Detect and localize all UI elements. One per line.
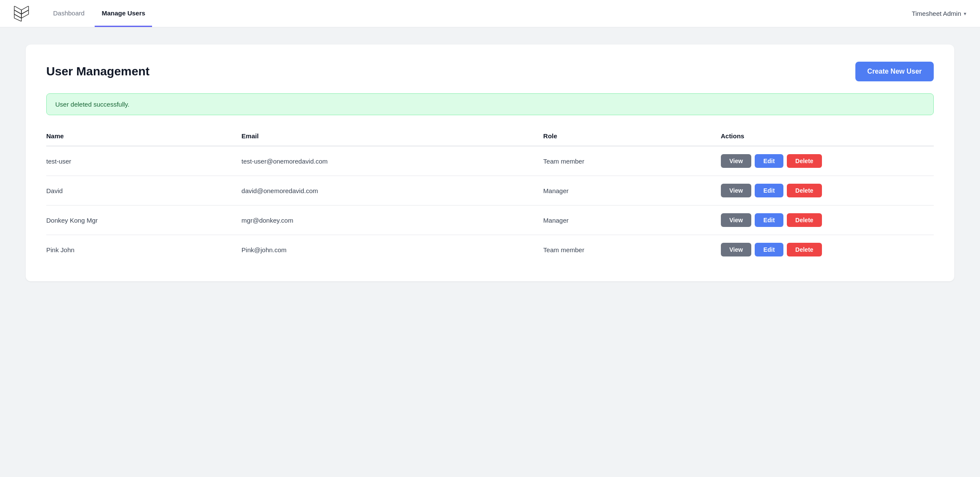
delete-button[interactable]: Delete <box>787 243 822 256</box>
cell-name: Donkey Kong Mgr <box>46 206 242 235</box>
cell-email: david@onemoredavid.com <box>242 176 543 206</box>
cell-role: Manager <box>543 206 720 235</box>
col-header-email: Email <box>242 127 543 146</box>
users-table: Name Email Role Actions test-user test-u… <box>46 127 934 264</box>
view-button[interactable]: View <box>721 154 752 168</box>
action-buttons: View Edit Delete <box>721 184 927 197</box>
card-header: User Management Create New User <box>46 62 934 81</box>
table-row: test-user test-user@onemoredavid.com Tea… <box>46 146 934 176</box>
cell-email: test-user@onemoredavid.com <box>242 146 543 176</box>
cell-role: Manager <box>543 176 720 206</box>
user-menu-label: Timesheet Admin <box>912 10 961 17</box>
brand-logo <box>14 6 29 21</box>
cell-name: test-user <box>46 146 242 176</box>
delete-button[interactable]: Delete <box>787 213 822 227</box>
cell-name: Pink John <box>46 235 242 265</box>
cell-role: Team member <box>543 235 720 265</box>
delete-button[interactable]: Delete <box>787 184 822 197</box>
edit-button[interactable]: Edit <box>755 213 783 227</box>
action-buttons: View Edit Delete <box>721 213 927 227</box>
cell-name: David <box>46 176 242 206</box>
cell-actions: View Edit Delete <box>721 146 934 176</box>
success-alert: User deleted successfully. <box>46 93 934 115</box>
user-menu[interactable]: Timesheet Admin ▾ <box>912 10 966 17</box>
nav-item-dashboard[interactable]: Dashboard <box>46 0 91 27</box>
table-row: Pink John Pink@john.com Team member View… <box>46 235 934 265</box>
table-row: Donkey Kong Mgr mgr@donkey.com Manager V… <box>46 206 934 235</box>
col-header-role: Role <box>543 127 720 146</box>
cell-email: mgr@donkey.com <box>242 206 543 235</box>
edit-button[interactable]: Edit <box>755 184 783 197</box>
user-management-card: User Management Create New User User del… <box>26 45 954 281</box>
edit-button[interactable]: Edit <box>755 243 783 256</box>
chevron-down-icon: ▾ <box>964 11 966 17</box>
edit-button[interactable]: Edit <box>755 154 783 168</box>
main-content: User Management Create New User User del… <box>0 27 980 298</box>
table-body: test-user test-user@onemoredavid.com Tea… <box>46 146 934 264</box>
page-title: User Management <box>46 65 149 78</box>
delete-button[interactable]: Delete <box>787 154 822 168</box>
view-button[interactable]: View <box>721 184 752 197</box>
cell-email: Pink@john.com <box>242 235 543 265</box>
create-new-user-button[interactable]: Create New User <box>855 62 934 81</box>
cell-actions: View Edit Delete <box>721 176 934 206</box>
col-header-actions: Actions <box>721 127 934 146</box>
nav-item-manage-users[interactable]: Manage Users <box>95 0 152 27</box>
action-buttons: View Edit Delete <box>721 154 927 168</box>
view-button[interactable]: View <box>721 213 752 227</box>
nav-links: Dashboard Manage Users <box>46 0 152 27</box>
view-button[interactable]: View <box>721 243 752 256</box>
alert-message: User deleted successfully. <box>55 101 129 108</box>
action-buttons: View Edit Delete <box>721 243 927 256</box>
table-header: Name Email Role Actions <box>46 127 934 146</box>
cell-role: Team member <box>543 146 720 176</box>
navbar: Dashboard Manage Users Timesheet Admin ▾ <box>0 0 980 27</box>
table-row: David david@onemoredavid.com Manager Vie… <box>46 176 934 206</box>
cell-actions: View Edit Delete <box>721 235 934 265</box>
cell-actions: View Edit Delete <box>721 206 934 235</box>
col-header-name: Name <box>46 127 242 146</box>
